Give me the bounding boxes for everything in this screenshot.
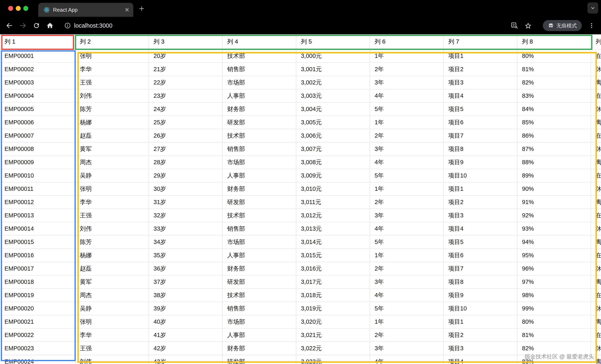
browser-menu-button[interactable] [588,21,596,30]
table-cell: 3年 [370,342,444,355]
table-cell: 杨娜 [75,249,149,262]
bookmark-button[interactable] [524,21,532,30]
column-header: 列 1 [0,34,75,49]
table-cell: 刘伟 [75,355,149,364]
table-cell: 83% [518,89,591,103]
table-cell: 陈芳 [75,236,149,249]
table-cell: 5年 [370,236,444,249]
table-cell: 97% [518,276,591,289]
home-button[interactable] [46,21,54,30]
table-cell: 周杰 [75,156,149,169]
table-header-row: 列 1列 2列 3列 4列 5列 6列 7列 8列 9 [0,34,601,49]
table-cell: 5年 [370,103,444,116]
employee-id-cell: EMP00012 [0,196,75,209]
new-tab-button[interactable] [138,4,146,13]
translate-button[interactable]: 文 A [511,21,519,30]
table-cell: 项目8 [444,143,518,156]
employee-id-cell: EMP00015 [0,236,75,249]
table-cell: 41岁 [149,329,223,342]
browser-toolbar: localhost:3000 文 A 无痕模式 [0,17,601,34]
table-cell: 26岁 [149,129,223,143]
table-cell: 3年 [370,209,444,222]
employee-id-cell: EMP00017 [0,262,75,276]
table-cell: 1年 [370,249,444,262]
table-cell: 3,010元 [296,182,370,196]
table-cell: 研发部 [223,116,296,129]
table-row: EMP00007赵磊26岁技术部3,006元2年项目786%在职 [0,129,601,143]
back-button[interactable] [5,21,13,30]
table-cell: 休假 [591,222,601,236]
table-cell: 3,020元 [296,315,370,329]
table-cell: 3,011元 [296,196,370,209]
employee-id-cell: EMP00024 [0,355,75,364]
table-cell: 4年 [370,89,444,103]
table-cell: 张明 [75,182,149,196]
table-cell: 休假 [591,182,601,196]
window-controls [8,6,28,11]
table-cell: 39岁 [149,302,223,315]
table-cell: 91% [518,196,591,209]
window-close-button[interactable] [8,6,13,11]
table-cell: 89% [518,169,591,182]
window-minimize-button[interactable] [16,6,21,11]
table-cell: 人事部 [223,329,296,342]
tab-close-icon[interactable]: × [125,4,129,16]
incognito-icon [548,22,554,29]
table-cell: 离职 [591,276,601,289]
address-bar[interactable]: localhost:3000 [74,22,511,29]
table-cell: 研发部 [223,355,296,364]
table-cell: 1年 [370,49,444,63]
table-cell: 刘伟 [75,89,149,103]
table-cell: 80% [518,49,591,63]
forward-button[interactable] [19,21,27,30]
tab-search-button[interactable] [588,2,598,13]
table-cell: 项目3 [444,209,518,222]
table-cell: 21岁 [149,63,223,76]
table-cell: 赵磊 [75,129,149,143]
table-cell: 在职 [591,249,601,262]
window-maximize-button[interactable] [23,6,28,11]
table-cell: 32岁 [149,209,223,222]
table-row: EMP00020吴静39岁销售部3,019元5年项目1099%休假 [0,302,601,315]
table-cell: 李华 [75,329,149,342]
table-cell: 2年 [370,129,444,143]
table-cell: 离职 [591,156,601,169]
employee-id-cell: EMP00005 [0,103,75,116]
table-cell: 33岁 [149,222,223,236]
table-cell: 项目6 [444,116,518,129]
column-header: 列 2 [75,34,149,49]
table-cell: 3,019元 [296,302,370,315]
table-cell: 95% [518,249,591,262]
table-cell: 2年 [370,262,444,276]
table-cell: 在职 [591,89,601,103]
table-cell: 项目3 [444,342,518,355]
table-cell: 98% [518,289,591,302]
table-cell: 3,018元 [296,289,370,302]
table-row: EMP00013王强32岁技术部3,012元3年项目392%在职 [0,209,601,222]
table-cell: 项目5 [444,236,518,249]
data-table[interactable]: EMP00001张明20岁技术部3,000元1年项目180%在职EMP00002… [0,49,601,364]
table-cell: 项目10 [444,302,518,315]
browser-tab[interactable]: React App × [38,3,133,17]
table-cell: 3,022元 [296,342,370,355]
table-cell: 3,003元 [296,89,370,103]
table-cell: 市场部 [223,156,296,169]
table-cell: 20岁 [149,49,223,63]
table-row: EMP00005陈芳24岁财务部3,004元5年项目584%休假 [0,103,601,116]
table-row: EMP00015陈芳34岁市场部3,014元5年项目594%离职 [0,236,601,249]
site-info-button[interactable] [63,21,72,30]
table-row: EMP00012李华31岁研发部3,011元2年项目291%离职 [0,196,601,209]
table-cell: 86% [518,129,591,143]
table-cell: 3,006元 [296,129,370,143]
table-cell: 24岁 [149,103,223,116]
table-cell: 3,021元 [296,329,370,342]
table-cell: 在职 [591,169,601,182]
table-cell: 离职 [591,355,601,364]
table-cell: 王强 [75,76,149,89]
reload-button[interactable] [32,21,40,30]
table-cell: 项目1 [444,49,518,63]
table-cell: 黄军 [75,276,149,289]
table-cell: 94% [518,236,591,249]
table-cell: 离职 [591,76,601,89]
table-cell: 3,002元 [296,76,370,89]
